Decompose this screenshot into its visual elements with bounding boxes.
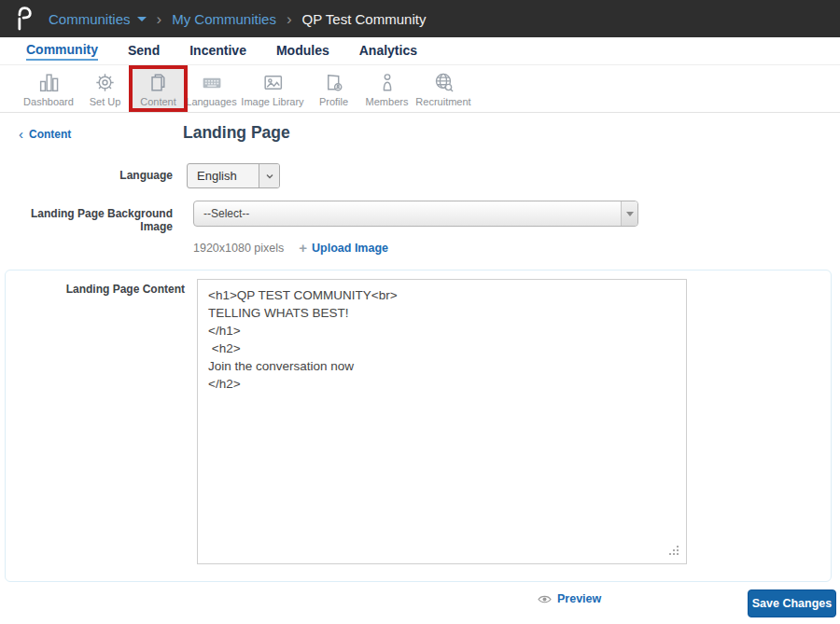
language-label: Language — [0, 169, 173, 182]
eye-icon — [538, 594, 552, 604]
communities-menu-label: Communities — [49, 11, 131, 27]
toolbar-item-label: Recruitment — [415, 96, 470, 107]
top-header-bar: Communities › My Communities › QP Test C… — [0, 0, 840, 37]
toolbar-item-label: Languages — [186, 96, 236, 107]
tab-analytics[interactable]: Analytics — [359, 43, 417, 60]
toolbar-item-profile[interactable]: Profile — [307, 65, 360, 112]
plus-icon: + — [299, 240, 307, 256]
caret-down-icon — [137, 17, 147, 21]
background-image-select-value: --Select-- — [194, 207, 621, 220]
person-icon — [375, 71, 399, 94]
resize-handle-icon[interactable] — [677, 553, 679, 555]
preview-link[interactable]: Preview — [538, 592, 601, 605]
breadcrumb-my-communities[interactable]: My Communities — [172, 11, 276, 27]
chevron-left-icon: ‹ — [19, 130, 23, 139]
folder-person-icon — [322, 71, 345, 94]
toolbar-item-label: Content — [140, 96, 176, 107]
toolbar-item-dashboard[interactable]: Dashboard — [19, 65, 78, 112]
breadcrumb-current-community: QP Test Community — [302, 11, 427, 27]
toolbar-item-label: Set Up — [90, 96, 121, 107]
landing-page-editor: ‹ Content Landing Page Language English … — [0, 113, 840, 624]
toolbar-item-setup[interactable]: Set Up — [78, 65, 132, 112]
language-select-value: English — [188, 169, 259, 183]
keyboard-icon — [200, 71, 223, 94]
triangle-down-icon — [626, 212, 634, 216]
bar-chart-icon — [37, 71, 61, 94]
pages-icon — [147, 71, 170, 94]
toolbar-item-label: Profile — [319, 96, 348, 107]
toolbar-item-label: Image Library — [241, 96, 303, 107]
upload-image-link[interactable]: Upload Image — [312, 242, 388, 255]
toolbar-item-languages[interactable]: Languages — [185, 65, 238, 112]
background-image-label: Landing Page Background Image — [0, 207, 173, 233]
landing-page-content-label: Landing Page Content — [6, 283, 185, 296]
tab-community[interactable]: Community — [26, 42, 98, 61]
language-select[interactable]: English — [187, 163, 280, 188]
landing-page-content-textarea[interactable]: <h1>QP TEST COMMUNITY<br> TELLING WHATS … — [197, 279, 687, 564]
toolbar-item-label: Dashboard — [23, 96, 74, 107]
background-image-select-button[interactable] — [621, 201, 637, 226]
tab-send[interactable]: Send — [128, 43, 160, 60]
community-toolbar: Dashboard Set Up Content Languages — [0, 65, 840, 113]
save-changes-button[interactable]: Save Changes — [748, 589, 836, 617]
communities-menu[interactable]: Communities — [49, 11, 147, 27]
background-image-select[interactable]: --Select-- — [193, 201, 638, 227]
language-select-button[interactable] — [259, 164, 279, 187]
tab-incentive[interactable]: Incentive — [189, 43, 246, 60]
content-panel: Landing Page Content <h1>QP TEST COMMUNI… — [5, 270, 832, 582]
preview-label: Preview — [557, 592, 601, 605]
questionpro-logo[interactable] — [13, 6, 34, 32]
image-icon — [261, 71, 285, 94]
breadcrumb-separator: › — [287, 11, 292, 27]
back-link-label: Content — [29, 128, 71, 141]
toolbar-item-image-library[interactable]: Image Library — [238, 65, 307, 112]
toolbar-item-label: Members — [366, 96, 409, 107]
tab-modules[interactable]: Modules — [276, 43, 329, 60]
globe-search-icon — [432, 71, 455, 94]
page-title: Landing Page — [183, 123, 290, 143]
chevron-down-icon — [264, 171, 275, 182]
toolbar-item-recruitment[interactable]: Recruitment — [413, 65, 473, 112]
breadcrumb-separator: › — [157, 11, 162, 27]
questionpro-logo-icon — [13, 6, 34, 32]
gear-icon — [93, 71, 117, 94]
upload-row: 1920x1080 pixels + Upload Image — [193, 240, 388, 256]
main-tab-nav: Community Send Incentive Modules Analyti… — [0, 37, 840, 65]
toolbar-item-content[interactable]: Content — [132, 65, 185, 112]
toolbar-item-members[interactable]: Members — [360, 65, 413, 112]
image-dimensions-hint: 1920x1080 pixels — [193, 242, 284, 255]
back-to-content-link[interactable]: ‹ Content — [19, 128, 71, 141]
